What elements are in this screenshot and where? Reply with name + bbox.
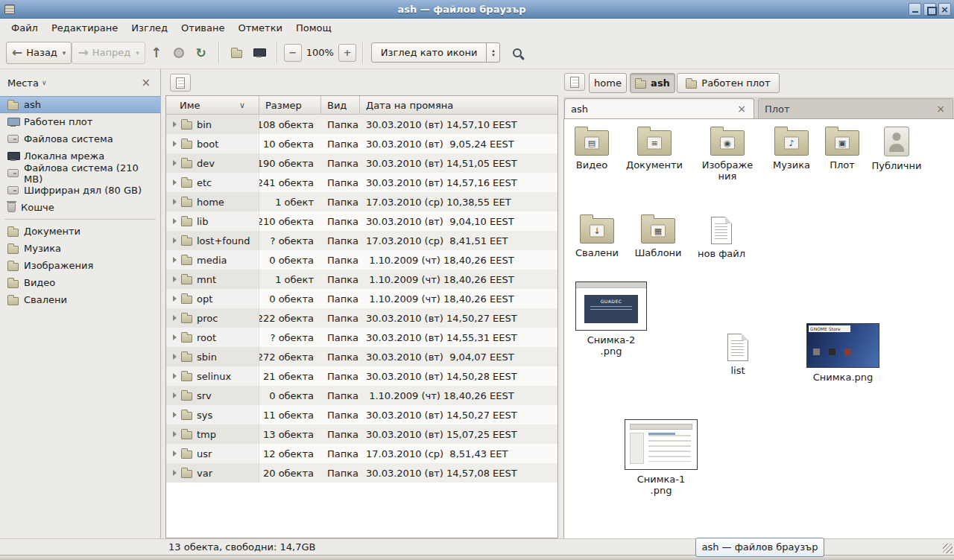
icon-item-8[interactable]: нов файл (695, 217, 748, 259)
sidebar-item-1[interactable]: Работен плот (0, 113, 160, 130)
zoom-out-button[interactable]: − (284, 44, 302, 62)
search-button[interactable] (506, 42, 528, 64)
tree-row[interactable]: tmp13 обектаПапка30.03.2010 (вт) 15,07,2… (166, 424, 557, 444)
tab-0[interactable]: ash× (564, 98, 754, 118)
tree-row[interactable]: boot10 обектаПапка30.03.2010 (вт) 9,05,2… (166, 134, 557, 153)
tree-row[interactable]: proc222 обектаПапка30.03.2010 (вт) 14,50… (166, 308, 557, 328)
expander-icon[interactable] (173, 334, 177, 340)
sidebar-item-5[interactable]: Шифриран дял (80 GB) (0, 182, 160, 199)
up-button[interactable]: ↑ (145, 42, 168, 64)
column-header-1[interactable]: Размер (259, 96, 321, 115)
expander-icon[interactable] (173, 238, 177, 244)
sidebar-item-11[interactable]: Видео (0, 274, 160, 291)
icon-item-5[interactable]: Публични (868, 127, 925, 171)
tree-row[interactable]: lib210 обектаПапка30.03.2010 (вт) 9,04,1… (166, 211, 557, 231)
menubar-item-0[interactable]: Файл (4, 20, 45, 36)
expander-icon[interactable] (173, 257, 177, 263)
expander-icon[interactable] (173, 218, 177, 224)
tree-row[interactable]: var20 обектаПапка30.03.2010 (вт) 14,57,0… (166, 463, 557, 483)
tree-row[interactable]: home1 обектПапка17.03.2010 (ср) 10,38,55… (166, 192, 557, 211)
expander-icon[interactable] (173, 276, 177, 282)
expander-icon[interactable] (173, 354, 177, 360)
menubar-item-3[interactable]: Отиване (174, 20, 231, 36)
location-toggle-button-right[interactable] (564, 73, 585, 91)
icon-item-9[interactable]: GUADECСнимка-2.png (574, 281, 648, 357)
icon-item-0[interactable]: ▤Видео (566, 127, 618, 171)
path-button-0[interactable]: home (589, 73, 627, 93)
column-header-3[interactable]: Дата на промяна (360, 96, 557, 115)
minimize-button[interactable] (909, 3, 921, 16)
menubar-item-2[interactable]: Изглед (124, 20, 174, 36)
tree-row[interactable]: selinux21 обектаПапка30.03.2010 (вт) 14,… (166, 366, 557, 386)
tree-row[interactable]: dev190 обектаПапка30.03.2010 (вт) 14,51,… (166, 153, 557, 173)
icon-item-1[interactable]: ≡Документи (623, 127, 686, 171)
menubar-item-1[interactable]: Редактиране (45, 20, 124, 36)
tree-row[interactable]: usr12 обектаПапка17.03.2010 (ср) 8,51,43… (166, 444, 557, 463)
home-button[interactable] (226, 42, 248, 64)
places-close-button[interactable]: × (139, 76, 153, 89)
sidebar-item-4[interactable]: Файлова система (210 MB) (0, 165, 160, 182)
sidebar-item-6[interactable]: Кошче (0, 199, 160, 216)
back-button[interactable]: ← Назад ▾ (6, 42, 72, 64)
maximize-button[interactable] (923, 3, 936, 16)
expander-icon[interactable] (173, 470, 177, 476)
tree-row[interactable]: opt0 обектаПапка 1.10.2009 (чт) 18,40,26… (166, 289, 557, 308)
chevron-down-icon[interactable]: ∨ (42, 79, 47, 86)
icon-item-4[interactable]: ▣Плот (820, 127, 865, 171)
menubar-item-4[interactable]: Отметки (231, 20, 288, 36)
expander-icon[interactable] (173, 121, 177, 127)
tree-row[interactable]: media0 обектаПапка 1.10.2009 (чт) 18,40,… (166, 250, 557, 270)
tree-row[interactable]: mnt1 обектПапка 1.10.2009 (чт) 18,40,26 … (166, 270, 557, 289)
expander-icon[interactable] (173, 199, 177, 205)
sidebar-item-0[interactable]: ash (0, 96, 160, 113)
icon-item-11[interactable]: GNOME StoreСнимка.png (804, 323, 882, 383)
expander-icon[interactable] (173, 315, 177, 321)
tree-row[interactable]: srv0 обектаПапка 1.10.2009 (чт) 18,40,26… (166, 386, 557, 405)
taskbar-window-button[interactable]: ash — файлов браузър (695, 538, 824, 557)
forward-button[interactable]: → Напред ▾ (72, 42, 145, 64)
expander-icon[interactable] (173, 451, 177, 456)
sidebar-item-2[interactable]: Файлова система (0, 130, 160, 147)
places-title[interactable]: Места (7, 77, 39, 89)
reload-button[interactable]: ↻ (190, 42, 212, 64)
computer-button[interactable] (248, 42, 271, 64)
sidebar-item-12[interactable]: Свалени (0, 291, 160, 308)
tree-row[interactable]: lost+found? обектаПапка17.03.2010 (ср) 8… (166, 231, 557, 250)
expander-icon[interactable] (173, 179, 177, 185)
sidebar-item-8[interactable]: Документи (0, 223, 160, 240)
tree-row[interactable]: sys11 обектаПапка30.03.2010 (вт) 14,50,2… (166, 405, 557, 424)
expander-icon[interactable] (173, 373, 177, 379)
column-header-0[interactable]: Име∨ (166, 96, 259, 115)
expander-icon[interactable] (173, 296, 177, 302)
icon-item-2[interactable]: ◉Изображения (699, 127, 756, 182)
expander-icon[interactable] (173, 431, 177, 437)
close-button[interactable] (938, 3, 951, 16)
tree-row[interactable]: etc241 обектаПапка30.03.2010 (вт) 14,57,… (166, 173, 557, 192)
expander-icon[interactable] (173, 392, 177, 398)
zoom-in-button[interactable]: + (338, 44, 356, 62)
menubar-item-5[interactable]: Помощ (289, 20, 338, 36)
tree-row[interactable]: sbin272 обектаПапка30.03.2010 (вт) 9,04,… (166, 347, 557, 366)
path-button-1[interactable]: ash (630, 73, 675, 93)
tab-1[interactable]: Плот× (758, 98, 953, 118)
tab-close-icon[interactable]: × (736, 103, 748, 115)
icon-item-7[interactable]: ▦Шаблони (631, 214, 686, 258)
column-header-2[interactable]: Вид (321, 96, 360, 115)
icon-item-12[interactable]: Снимка-1.png (622, 419, 700, 496)
location-toggle-button[interactable] (170, 74, 191, 92)
view-mode-select[interactable]: Изглед като икони ▴▾ (371, 42, 501, 63)
titlebar[interactable]: ash — файлов браузър (0, 0, 954, 19)
sidebar-item-10[interactable]: Изображения (0, 257, 160, 274)
expander-icon[interactable] (173, 160, 177, 166)
tree-row[interactable]: root? обектаПапка30.03.2010 (вт) 14,55,3… (166, 328, 557, 347)
icon-item-6[interactable]: ↓Свалени (571, 214, 623, 258)
back-dropdown-icon[interactable]: ▾ (63, 49, 66, 57)
expander-icon[interactable] (173, 412, 177, 418)
tree-row[interactable]: bin108 обектаПапка30.03.2010 (вт) 14,57,… (166, 115, 557, 134)
resize-grip[interactable] (943, 544, 953, 553)
path-button-2[interactable]: Работен плот (677, 73, 780, 93)
tab-close-icon[interactable]: × (935, 103, 947, 115)
stop-button[interactable] (168, 42, 190, 64)
expander-icon[interactable] (173, 141, 177, 147)
icon-item-10[interactable]: list (716, 334, 760, 376)
